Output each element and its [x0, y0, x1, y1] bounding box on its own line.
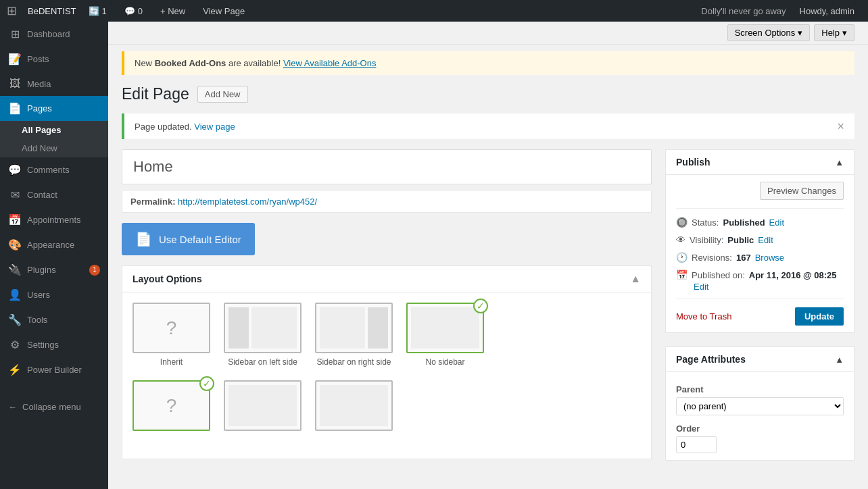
published-on-edit-link[interactable]: Edit	[694, 282, 708, 292]
publish-visibility-row: 👁 Visibility: Public Edit	[676, 234, 844, 245]
page-title-input[interactable]	[122, 149, 652, 184]
sidebar-label-dashboard: Dashboard	[27, 29, 70, 39]
row2-1-question-icon: ?	[166, 395, 177, 417]
published-on-label: Published on:	[692, 270, 745, 280]
inherit-question-icon: ?	[166, 317, 177, 339]
screen-options-button[interactable]: Screen Options ▾	[727, 24, 811, 41]
order-input[interactable]	[676, 436, 717, 453]
collapse-label: Collapse menu	[22, 402, 81, 412]
screen-options-label: Screen Options	[735, 28, 796, 38]
page-attributes-header[interactable]: Page Attributes ▲	[666, 347, 854, 372]
layout-options-row1: ? Inherit Sid	[132, 303, 641, 367]
sidebar-item-dashboard[interactable]: ⊞ Dashboard	[0, 22, 108, 47]
admin-sidebar: ⊞ Dashboard 📝 Posts 🖼 Media 📄 Pages All …	[0, 22, 108, 489]
sidebar-item-comments[interactable]: 💬 Comments	[0, 157, 108, 182]
sidebar-item-power-builder[interactable]: ⚡ Power Builder	[0, 357, 108, 382]
layout-options-header[interactable]: Layout Options ▲	[122, 266, 651, 292]
sidebar-label-pages: Pages	[27, 103, 52, 113]
editor-layout: Permalink: http://templatetest.com/ryan/…	[122, 149, 854, 474]
update-button[interactable]: Update	[795, 307, 844, 326]
collapse-menu[interactable]: ← Collapse menu	[0, 396, 108, 418]
layout-option-row2-2[interactable]	[224, 380, 302, 435]
users-icon: 👤	[8, 288, 22, 301]
layout-option-no-sidebar[interactable]: ✓ No sidebar	[406, 303, 484, 367]
default-editor-button[interactable]: 📄 Use Default Editor	[122, 223, 255, 255]
notice-success-text: Page updated. View page	[135, 122, 235, 132]
layout-option-inherit[interactable]: ? Inherit	[132, 303, 210, 367]
layout-option-row2-1[interactable]: ? ✓	[132, 380, 210, 435]
no-sidebar-main	[411, 307, 479, 349]
site-name[interactable]: BeDENTIST	[28, 6, 76, 16]
notice-dismiss-button[interactable]: ×	[837, 120, 844, 132]
updates-count: 1	[102, 6, 107, 16]
sidebar-left-main	[251, 307, 297, 349]
sidebar-item-media[interactable]: 🖼 Media	[0, 72, 108, 96]
publish-box-header[interactable]: Publish ▲	[666, 150, 854, 175]
dashboard-icon: ⊞	[8, 28, 22, 41]
sidebar-item-tools[interactable]: 🔧 Tools	[0, 307, 108, 332]
sidebar-label-plugins: Plugins	[27, 265, 56, 275]
appearance-icon: 🎨	[8, 238, 22, 251]
comments-item[interactable]: 💬 0	[119, 6, 148, 16]
layout-thumb-row2-2	[224, 380, 302, 431]
new-content-item[interactable]: + New	[155, 6, 191, 16]
sidebar-item-settings[interactable]: ⚙ Settings	[0, 332, 108, 357]
publish-date-row-inner: 📅 Published on: Apr 11, 2016 @ 08:25	[676, 269, 837, 280]
publish-box-title: Publish	[676, 157, 710, 168]
comments-icon: 💬	[124, 6, 135, 16]
permalink-url[interactable]: http://templatetest.com/ryan/wp452/	[178, 197, 317, 207]
layout-options-toggle-icon[interactable]: ▲	[630, 273, 641, 285]
sidebar-item-plugins[interactable]: 🔌 Plugins 1	[0, 257, 108, 282]
add-new-button[interactable]: Add New	[197, 86, 248, 103]
sidebar-item-contact[interactable]: ✉ Contact	[0, 182, 108, 207]
notice-warning-link[interactable]: View Available Add-Ons	[283, 58, 377, 68]
layout-option-row2-3[interactable]	[315, 380, 393, 435]
row2-1-check-icon: ✓	[199, 376, 214, 391]
sidebar-item-users[interactable]: 👤 Users	[0, 282, 108, 307]
page-attributes-box: Page Attributes ▲ Parent (no parent) Ord…	[665, 346, 854, 461]
page-attributes-content: Parent (no parent) Order	[666, 372, 854, 460]
posts-icon: 📝	[8, 53, 22, 66]
publish-footer: Move to Trash Update	[676, 299, 844, 326]
parent-select[interactable]: (no parent)	[676, 397, 844, 415]
sidebar-item-pages[interactable]: 📄 Pages	[0, 96, 108, 121]
publish-toggle-icon[interactable]: ▲	[835, 157, 844, 168]
help-button[interactable]: Help ▾	[814, 24, 854, 41]
notice-success-link[interactable]: View page	[194, 122, 235, 132]
preview-changes-button[interactable]: Preview Changes	[760, 182, 844, 200]
status-label: Status:	[692, 217, 719, 228]
view-page-item[interactable]: View Page	[197, 6, 250, 16]
updates-item[interactable]: 🔄 1	[83, 6, 112, 16]
revisions-browse-link[interactable]: Browse	[755, 253, 784, 263]
layout-options-box: Layout Options ▲ ?	[122, 265, 652, 459]
layout-option-sidebar-right[interactable]: Sidebar on right side	[315, 303, 393, 367]
calendar-icon: 📅	[676, 269, 688, 280]
sidebar-item-posts[interactable]: 📝 Posts	[0, 47, 108, 72]
layout-label-sidebar-left: Sidebar on left side	[228, 357, 297, 367]
sidebar-item-appearance[interactable]: 🎨 Appearance	[0, 232, 108, 257]
sidebar-item-appointments[interactable]: 📅 Appointments	[0, 207, 108, 232]
layout-option-sidebar-left[interactable]: Sidebar on left side	[224, 303, 302, 367]
submenu-all-pages[interactable]: All Pages	[0, 121, 108, 139]
sidebar-label-users: Users	[27, 290, 50, 300]
permalink-label: Permalink:	[130, 197, 175, 207]
layout-options-content: ? Inherit Sid	[122, 292, 651, 459]
move-to-trash-link[interactable]: Move to Trash	[676, 311, 731, 321]
wp-logo-icon[interactable]: ⊞	[7, 3, 17, 18]
visibility-edit-link[interactable]: Edit	[758, 235, 773, 245]
site-name-label: BeDENTIST	[28, 6, 76, 16]
new-label: + New	[160, 6, 185, 16]
sidebar-right-main	[320, 307, 365, 349]
updates-icon: 🔄	[89, 6, 99, 16]
notice-warning-text-after: are available!	[228, 58, 281, 68]
sidebar-label-tools: Tools	[27, 315, 47, 325]
submenu-add-new[interactable]: Add New	[0, 139, 108, 157]
publish-date-row: 📅 Published on: Apr 11, 2016 @ 08:25 Edi…	[676, 269, 844, 292]
screen-options-bar: Screen Options ▾ Help ▾	[108, 22, 868, 45]
status-edit-link[interactable]: Edit	[769, 217, 784, 228]
page-attributes-toggle-icon[interactable]: ▲	[835, 355, 844, 365]
collapse-icon: ←	[8, 402, 17, 412]
contact-icon: ✉	[8, 188, 22, 201]
publish-box-content: Preview Changes 🔘 Status: Published Edit	[666, 175, 854, 332]
row2-3-main	[320, 385, 388, 426]
